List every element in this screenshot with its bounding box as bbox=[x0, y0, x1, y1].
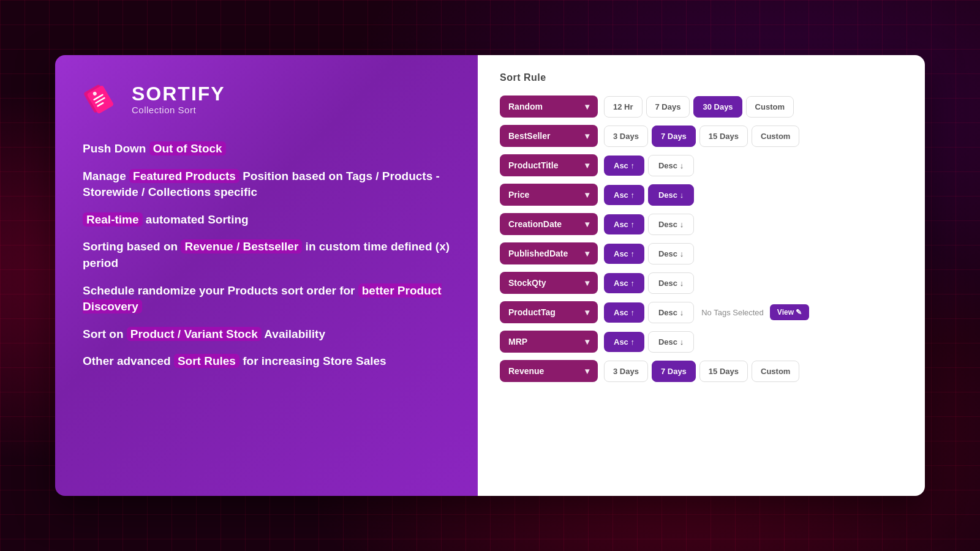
stock-qty-label: StockQty bbox=[508, 278, 546, 288]
price-sort-options: Asc ↑ Desc ↓ bbox=[604, 184, 694, 206]
random-options: 12 Hr 7 Days 30 Days Custom bbox=[604, 96, 794, 118]
highlight-better-product-discovery: better Product Discovery bbox=[83, 283, 442, 314]
stock-qty-desc[interactable]: Desc ↓ bbox=[648, 272, 694, 294]
stock-qty-sort-options: Asc ↑ Desc ↓ bbox=[604, 272, 694, 294]
app-subtitle: Collection Sort bbox=[132, 105, 225, 115]
product-title-desc[interactable]: Desc ↓ bbox=[648, 155, 694, 176]
sort-row-price: Price ▾ Asc ↑ Desc ↓ bbox=[500, 184, 903, 206]
bestseller-15days[interactable]: 15 Days bbox=[699, 126, 748, 147]
creation-date-asc[interactable]: Asc ↑ bbox=[604, 214, 644, 234]
highlight-product-variant-stock: Product / Variant Stock bbox=[127, 327, 262, 341]
stock-qty-chevron-icon: ▾ bbox=[585, 278, 589, 288]
feature-realtime: Real-time automated Sorting bbox=[83, 212, 450, 228]
feature-list: Push Down Out of Stock Manage Featured P… bbox=[83, 141, 450, 370]
bestseller-3days[interactable]: 3 Days bbox=[604, 126, 648, 147]
logo-area: SORTIFY Collection Sort bbox=[83, 80, 450, 119]
highlight-sort-rules: Sort Rules bbox=[174, 354, 239, 368]
bestseller-label: BestSeller bbox=[508, 131, 550, 141]
feature-push-down: Push Down Out of Stock bbox=[83, 141, 450, 157]
published-date-sort-options: Asc ↑ Desc ↓ bbox=[604, 243, 694, 264]
random-label: Random bbox=[508, 102, 543, 111]
revenue-chevron-icon: ▾ bbox=[585, 366, 589, 376]
bestseller-dropdown[interactable]: BestSeller ▾ bbox=[500, 125, 598, 147]
price-chevron-icon: ▾ bbox=[585, 190, 589, 200]
sort-rule-title: Sort Rule bbox=[500, 72, 903, 83]
sort-row-creation-date: CreationDate ▾ Asc ↑ Desc ↓ bbox=[500, 213, 903, 235]
price-dropdown[interactable]: Price ▾ bbox=[500, 184, 598, 206]
product-title-asc[interactable]: Asc ↑ bbox=[604, 156, 644, 176]
sort-rows: Random ▾ 12 Hr 7 Days 30 Days Custom Bes… bbox=[500, 96, 903, 382]
product-title-label: ProductTitle bbox=[508, 160, 558, 170]
revenue-options: 3 Days 7 Days 15 Days Custom bbox=[604, 361, 799, 382]
product-tag-dropdown[interactable]: ProductTag ▾ bbox=[500, 301, 598, 323]
product-title-dropdown[interactable]: ProductTitle ▾ bbox=[500, 154, 598, 176]
random-chevron-icon: ▾ bbox=[585, 102, 589, 111]
published-date-desc[interactable]: Desc ↓ bbox=[648, 243, 694, 264]
random-7days[interactable]: 7 Days bbox=[646, 96, 690, 118]
price-label: Price bbox=[508, 190, 529, 200]
revenue-7days[interactable]: 7 Days bbox=[652, 361, 696, 382]
logo-text-group: SORTIFY Collection Sort bbox=[132, 83, 225, 115]
stock-qty-asc[interactable]: Asc ↑ bbox=[604, 273, 644, 293]
price-asc[interactable]: Asc ↑ bbox=[604, 185, 644, 205]
left-panel: SORTIFY Collection Sort Push Down Out of… bbox=[55, 55, 478, 496]
revenue-dropdown[interactable]: Revenue ▾ bbox=[500, 360, 598, 382]
mrp-dropdown[interactable]: MRP ▾ bbox=[500, 331, 598, 353]
stock-qty-dropdown[interactable]: StockQty ▾ bbox=[500, 272, 598, 294]
product-tag-asc[interactable]: Asc ↑ bbox=[604, 302, 644, 323]
bestseller-options: 3 Days 7 Days 15 Days Custom bbox=[604, 126, 799, 147]
creation-date-label: CreationDate bbox=[508, 219, 562, 229]
product-title-chevron-icon: ▾ bbox=[585, 160, 589, 170]
product-tag-label: ProductTag bbox=[508, 307, 556, 317]
product-tag-sort-options: Asc ↑ Desc ↓ No Tags Selected View ✎ bbox=[604, 302, 809, 323]
revenue-3days[interactable]: 3 Days bbox=[604, 361, 648, 382]
right-panel: Sort Rule Random ▾ 12 Hr 7 Days 30 Days … bbox=[478, 55, 925, 496]
random-dropdown[interactable]: Random ▾ bbox=[500, 96, 598, 118]
feature-sorting-revenue: Sorting based on Revenue / Bestseller in… bbox=[83, 239, 450, 271]
published-date-asc[interactable]: Asc ↑ bbox=[604, 244, 644, 264]
creation-date-dropdown[interactable]: CreationDate ▾ bbox=[500, 213, 598, 235]
sort-row-stock-qty: StockQty ▾ Asc ↑ Desc ↓ bbox=[500, 272, 903, 294]
sort-row-bestseller: BestSeller ▾ 3 Days 7 Days 15 Days Custo… bbox=[500, 125, 903, 147]
mrp-label: MRP bbox=[508, 337, 527, 347]
highlight-realtime: Real-time bbox=[83, 212, 143, 227]
revenue-15days[interactable]: 15 Days bbox=[699, 361, 748, 382]
product-tag-desc[interactable]: Desc ↓ bbox=[648, 302, 694, 323]
product-title-sort-options: Asc ↑ Desc ↓ bbox=[604, 155, 694, 176]
published-date-label: PublishedDate bbox=[508, 249, 568, 258]
feature-sort-stock: Sort on Product / Variant Stock Availabi… bbox=[83, 326, 450, 343]
sort-row-product-tag: ProductTag ▾ Asc ↑ Desc ↓ No Tags Select… bbox=[500, 301, 903, 323]
highlight-revenue-bestseller: Revenue / Bestseller bbox=[181, 239, 302, 253]
sort-row-mrp: MRP ▾ Asc ↑ Desc ↓ bbox=[500, 331, 903, 353]
mrp-chevron-icon: ▾ bbox=[585, 337, 589, 347]
main-card: SORTIFY Collection Sort Push Down Out of… bbox=[55, 55, 925, 496]
mrp-asc[interactable]: Asc ↑ bbox=[604, 332, 644, 352]
creation-date-sort-options: Asc ↑ Desc ↓ bbox=[604, 214, 694, 235]
random-30days[interactable]: 30 Days bbox=[693, 96, 742, 118]
feature-schedule-random: Schedule randomize your Products sort or… bbox=[83, 283, 450, 315]
bestseller-custom[interactable]: Custom bbox=[752, 126, 799, 147]
revenue-custom[interactable]: Custom bbox=[752, 361, 799, 382]
creation-date-desc[interactable]: Desc ↓ bbox=[648, 214, 694, 235]
app-title: SORTIFY bbox=[132, 83, 225, 105]
sort-row-product-title: ProductTitle ▾ Asc ↑ Desc ↓ bbox=[500, 154, 903, 176]
sort-row-published-date: PublishedDate ▾ Asc ↑ Desc ↓ bbox=[500, 242, 903, 264]
price-desc[interactable]: Desc ↓ bbox=[648, 184, 694, 206]
sort-row-revenue: Revenue ▾ 3 Days 7 Days 15 Days Custom bbox=[500, 360, 903, 382]
revenue-label: Revenue bbox=[508, 366, 544, 376]
random-custom[interactable]: Custom bbox=[746, 96, 794, 118]
published-date-chevron-icon: ▾ bbox=[585, 249, 589, 258]
mrp-sort-options: Asc ↑ Desc ↓ bbox=[604, 331, 694, 353]
mrp-desc[interactable]: Desc ↓ bbox=[648, 331, 694, 353]
random-12hr[interactable]: 12 Hr bbox=[604, 96, 643, 118]
feature-manage-featured: Manage Featured Products Position based … bbox=[83, 168, 450, 201]
published-date-dropdown[interactable]: PublishedDate ▾ bbox=[500, 242, 598, 264]
product-tag-chevron-icon: ▾ bbox=[585, 307, 589, 317]
feature-other-rules: Other advanced Sort Rules for increasing… bbox=[83, 353, 450, 370]
view-tags-button[interactable]: View ✎ bbox=[770, 304, 809, 320]
no-tags-label: No Tags Selected bbox=[701, 308, 764, 317]
sort-row-random: Random ▾ 12 Hr 7 Days 30 Days Custom bbox=[500, 96, 903, 118]
bestseller-chevron-icon: ▾ bbox=[585, 131, 589, 141]
bestseller-7days[interactable]: 7 Days bbox=[652, 126, 696, 147]
highlight-out-of-stock: Out of Stock bbox=[149, 141, 226, 156]
